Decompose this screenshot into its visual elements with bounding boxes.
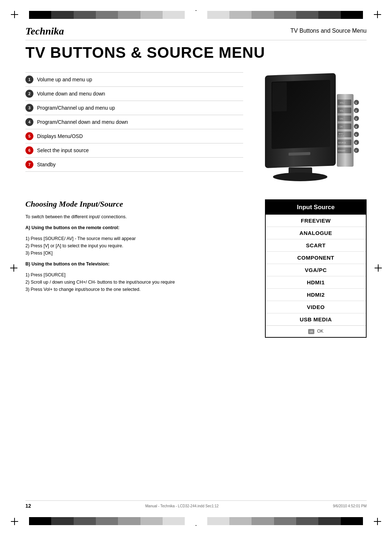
reg-mark-br <box>374 518 381 525</box>
color-bar <box>274 11 296 19</box>
input-source-items: FREEVIEWANALOGUESCARTCOMPONENTVGA/PCHDMI… <box>266 215 366 325</box>
color-bar <box>29 11 51 19</box>
color-bar <box>96 11 118 19</box>
list-item-text: Program/Channel down and menu down <box>37 119 128 125</box>
color-bars-top <box>29 11 363 19</box>
svg-text:CH-: CH- <box>340 126 343 128</box>
svg-rect-2 <box>272 82 287 111</box>
list-bullet: 6 <box>25 146 33 154</box>
reg-mark-bl <box>11 518 18 525</box>
color-bar <box>74 11 96 19</box>
reg-mark-tr <box>374 11 381 18</box>
color-bar <box>318 11 340 19</box>
list-item-text: Program/Channel up and menu up <box>37 105 115 111</box>
list-item: 4Program/Channel down and menu down <box>25 115 243 129</box>
input-source-header: Input Source <box>266 200 366 215</box>
list-bullet: 7 <box>25 161 33 168</box>
input-source-footer: ok OK <box>266 325 366 337</box>
svg-text:SOURCE: SOURCE <box>338 142 346 144</box>
color-bar <box>185 517 207 525</box>
page-title: TV BUTTONS & SOURCE MENU <box>25 44 367 61</box>
list-bullet: 4 <box>25 118 33 126</box>
color-bar <box>118 11 140 19</box>
ok-label: OK <box>317 329 323 334</box>
input-source-item: COMPONENT <box>266 252 366 264</box>
footer-right-text: 9/6/2010 4:52:01 PM <box>333 504 367 508</box>
svg-text:VOL-: VOL- <box>340 110 344 112</box>
tv-illustration: VOL+ 1 VOL- 2 CH+ 3 CH- 4 <box>254 69 363 188</box>
color-bar <box>163 517 185 525</box>
svg-text:7: 7 <box>355 150 357 152</box>
input-source-item: ANALOGUE <box>266 227 366 239</box>
list-item-text: Standby <box>37 162 56 167</box>
list-item: 5Displays Menu/OSD <box>25 129 243 143</box>
list-item-text: Volume down and menu down <box>37 91 105 97</box>
color-bar <box>318 517 340 525</box>
color-bar <box>74 517 96 525</box>
color-bars-bottom <box>29 517 363 525</box>
svg-text:2: 2 <box>355 110 357 112</box>
list-item: 6Select the input source <box>25 143 243 158</box>
svg-text:SOURCE: SOURCE <box>338 135 344 137</box>
color-bar <box>296 11 318 19</box>
svg-text:MENU: MENU <box>339 133 343 135</box>
color-bar <box>341 517 363 525</box>
list-bullet: 2 <box>25 90 33 98</box>
color-bar <box>163 11 185 19</box>
list-item: 2Volume down and menu down <box>25 87 243 101</box>
list-item: 1Volume up and menu up <box>25 72 243 87</box>
svg-text:VOL+: VOL+ <box>340 102 344 104</box>
color-bar <box>51 11 73 19</box>
color-bar <box>252 517 274 525</box>
color-bar <box>341 11 363 19</box>
footer-center-text: Manual - Technika - LCD32-244.indd Sec1:… <box>145 504 219 508</box>
color-bar <box>207 517 229 525</box>
list-item-text: Select the input source <box>37 147 89 153</box>
instruction-para-4: B) Using the buttons on the Television: <box>25 260 254 268</box>
color-bar <box>140 11 163 19</box>
input-source-item: VIDEO <box>266 301 366 313</box>
input-source-item: USB MEDIA <box>266 313 366 325</box>
svg-text:STANDBY: STANDBY <box>338 150 346 152</box>
input-source-item: HDMI2 <box>266 289 366 301</box>
choosing-title: Choosing Mode Input/Source <box>25 199 254 209</box>
compass-right <box>375 264 382 272</box>
color-bar <box>185 11 207 19</box>
svg-text:4: 4 <box>355 126 357 128</box>
color-bar <box>96 517 118 525</box>
color-bar <box>118 517 140 525</box>
instruction-para-1: To switch between the different input/ c… <box>25 213 254 220</box>
list-bullet: 3 <box>25 104 33 112</box>
svg-text:5: 5 <box>355 134 357 136</box>
list-item: 3Program/Channel up and menu up <box>25 101 243 115</box>
input-source-panel: Input Source FREEVIEWANALOGUESCARTCOMPON… <box>265 199 367 338</box>
page-content: Technika TV Buttons and Source Menu TV B… <box>25 25 367 511</box>
color-bar <box>51 517 73 525</box>
header-title: TV Buttons and Source Menu <box>290 28 367 34</box>
color-bar <box>29 517 51 525</box>
color-bar <box>274 517 296 525</box>
top-section: 1Volume up and menu up2Volume down and m… <box>25 69 367 188</box>
color-bar <box>252 11 274 19</box>
reg-mark-tl <box>11 11 18 18</box>
instruction-para-2: A) Using the buttons on the remote contr… <box>25 224 254 231</box>
page-number: 12 <box>25 503 31 509</box>
svg-text:CH+: CH+ <box>340 118 343 120</box>
svg-text:6: 6 <box>355 142 357 144</box>
svg-text:3: 3 <box>355 118 357 120</box>
list-item-text: Displays Menu/OSD <box>37 133 83 139</box>
svg-text:1: 1 <box>355 102 357 104</box>
color-bar <box>229 11 252 19</box>
input-source-item: FREEVIEW <box>266 215 366 227</box>
list-item-text: Volume up and menu up <box>37 77 92 82</box>
instruction-para-5: 1) Press [SOURCE]2) Scroll up / down usi… <box>25 271 254 293</box>
ok-icon: ok <box>308 329 315 334</box>
input-source-item: HDMI1 <box>266 276 366 289</box>
svg-point-5 <box>273 172 327 181</box>
compass-left <box>10 264 17 272</box>
color-bar <box>229 517 252 525</box>
brand-logo: Technika <box>25 25 64 37</box>
bottom-section: Choosing Mode Input/Source To switch bet… <box>25 199 367 338</box>
numbered-list: 1Volume up and menu up2Volume down and m… <box>25 69 243 188</box>
input-source-item: SCART <box>266 239 366 252</box>
